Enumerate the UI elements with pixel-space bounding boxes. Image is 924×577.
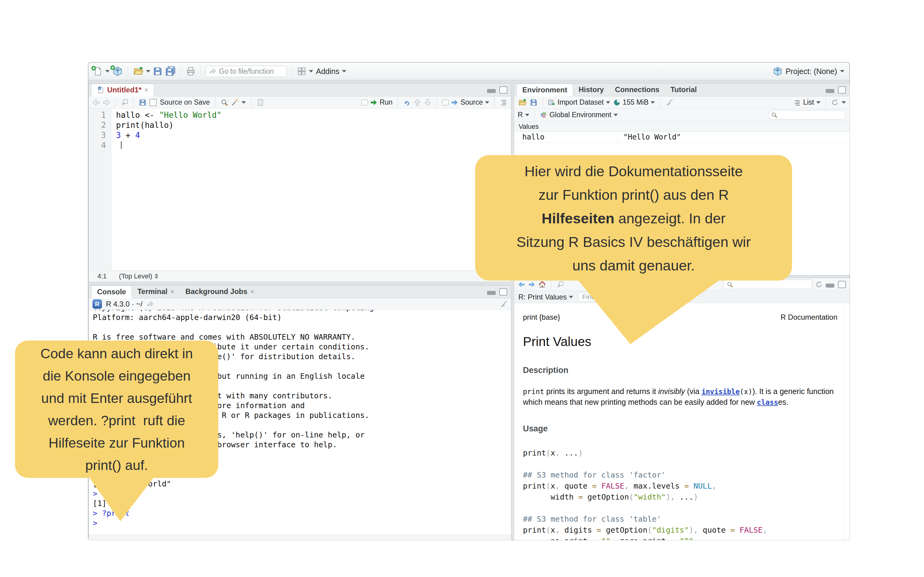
divider bbox=[494, 97, 495, 108]
divider bbox=[115, 97, 116, 108]
memory-usage-button[interactable]: 155 MiB bbox=[613, 98, 655, 106]
minimize-icon[interactable] bbox=[826, 89, 834, 93]
find-icon[interactable] bbox=[221, 99, 228, 106]
chevron-down-icon bbox=[309, 70, 313, 73]
close-icon[interactable]: × bbox=[144, 86, 148, 94]
line-number: 4 bbox=[89, 140, 106, 150]
minimize-icon[interactable] bbox=[487, 291, 496, 295]
load-workspace-icon[interactable] bbox=[518, 99, 527, 106]
open-in-window-icon[interactable] bbox=[146, 300, 154, 308]
source-statusbar: 4:1 (Top Level) bbox=[89, 270, 511, 282]
save-all-button[interactable] bbox=[165, 66, 176, 76]
chevron-down-icon bbox=[105, 70, 110, 73]
divider bbox=[292, 66, 292, 76]
new-file-button[interactable] bbox=[94, 67, 110, 76]
rerun-icon[interactable] bbox=[403, 99, 410, 106]
description-heading: Description bbox=[523, 366, 837, 375]
addins-menu[interactable]: Addins bbox=[316, 67, 346, 76]
r-logo-icon: R bbox=[92, 299, 102, 309]
help-content[interactable]: print {base} R Documentation Print Value… bbox=[514, 303, 850, 540]
console-scrollbar-gutter[interactable] bbox=[89, 535, 511, 540]
tab-environment[interactable]: Environment bbox=[517, 84, 573, 97]
tab-background-jobs[interactable]: Background Jobs × bbox=[180, 285, 260, 298]
maximize-icon[interactable] bbox=[499, 86, 507, 93]
scope-selector[interactable]: (Top Level) bbox=[119, 272, 158, 280]
maximize-icon[interactable] bbox=[838, 86, 846, 93]
goto-arrow-icon bbox=[209, 68, 216, 75]
usage-code-line: print(x, digits = getOption("digits"), q… bbox=[523, 525, 837, 536]
memory-pie-icon bbox=[613, 99, 620, 106]
environment-row-hallo[interactable]: hallo "Hello World" bbox=[514, 132, 850, 143]
save-button[interactable] bbox=[153, 67, 162, 76]
console-line: > 3 + 4 bbox=[93, 489, 511, 499]
console-line: Platform: aarch64-apple-darwin20 (64-bit… bbox=[93, 313, 511, 322]
console-line: [1] "Hello World" bbox=[93, 479, 511, 489]
go-next-chunk-icon[interactable] bbox=[424, 99, 431, 106]
code-tools-icon[interactable] bbox=[231, 99, 239, 106]
refresh-icon[interactable] bbox=[831, 99, 838, 106]
environment-search[interactable] bbox=[768, 110, 846, 119]
divider bbox=[543, 97, 543, 108]
tab-label: Console bbox=[97, 288, 126, 296]
refresh-icon[interactable] bbox=[815, 281, 823, 288]
maximize-icon[interactable] bbox=[838, 281, 846, 288]
addins-label: Addins bbox=[316, 67, 339, 76]
forward-icon[interactable] bbox=[528, 281, 535, 288]
document-outline-icon[interactable] bbox=[500, 99, 507, 106]
popout-icon[interactable] bbox=[121, 99, 128, 106]
tab-terminal[interactable]: Terminal × bbox=[132, 285, 180, 298]
import-dataset-icon bbox=[548, 99, 556, 106]
clear-console-icon[interactable] bbox=[500, 300, 507, 308]
save-icon[interactable] bbox=[139, 99, 146, 106]
callout-text-line: Hilfeseite zur Funktion bbox=[15, 432, 218, 454]
tab-untitled1[interactable]: Untitled1* × bbox=[91, 84, 154, 97]
tab-label: Background Jobs bbox=[185, 287, 247, 296]
chevron-down-icon bbox=[606, 101, 610, 104]
environment-selector[interactable]: Global Environment bbox=[540, 111, 618, 119]
goto-file-input[interactable] bbox=[219, 67, 277, 76]
maximize-icon[interactable] bbox=[499, 288, 507, 295]
go-prev-chunk-icon[interactable] bbox=[414, 99, 421, 106]
open-file-button[interactable] bbox=[133, 67, 150, 76]
print-button[interactable] bbox=[186, 67, 195, 76]
back-icon[interactable] bbox=[518, 281, 525, 288]
divider bbox=[200, 66, 200, 76]
line-number: 1 bbox=[89, 110, 106, 120]
list-view-button[interactable]: List bbox=[793, 98, 821, 106]
tab-history[interactable]: History bbox=[573, 83, 609, 96]
section-label: Values bbox=[519, 122, 539, 131]
clear-workspace-icon[interactable] bbox=[666, 99, 673, 106]
import-dataset-button[interactable]: Import Dataset bbox=[548, 98, 610, 106]
compile-report-icon[interactable] bbox=[257, 99, 264, 106]
code-line: hallo <- "Hello World" bbox=[116, 110, 511, 120]
minimize-icon[interactable] bbox=[487, 89, 496, 93]
home-icon[interactable] bbox=[538, 281, 546, 288]
source-on-save-checkbox[interactable] bbox=[149, 99, 157, 106]
project-menu[interactable]: Project: (None) bbox=[773, 66, 845, 76]
tab-tutorial[interactable]: Tutorial bbox=[665, 83, 702, 96]
run-label: Run bbox=[380, 98, 393, 106]
goto-file-search[interactable] bbox=[205, 66, 287, 77]
cursor-position: 4:1 bbox=[97, 272, 107, 280]
popout-icon[interactable] bbox=[557, 281, 564, 288]
forward-icon[interactable] bbox=[103, 99, 110, 106]
run-button[interactable]: Run bbox=[361, 98, 393, 106]
pane-layout-button[interactable] bbox=[297, 67, 313, 76]
back-icon[interactable] bbox=[92, 99, 100, 106]
main-toolbar: Addins Project: (None) bbox=[89, 63, 849, 80]
tab-connections[interactable]: Connections bbox=[609, 83, 665, 96]
variable-value: "Hello World" bbox=[618, 132, 681, 142]
close-icon[interactable]: × bbox=[250, 288, 254, 296]
language-selector[interactable]: R bbox=[518, 111, 529, 119]
divider bbox=[535, 110, 535, 120]
minimize-icon[interactable] bbox=[826, 284, 834, 288]
source-button[interactable]: Source bbox=[442, 98, 489, 106]
usage-heading: Usage bbox=[523, 424, 837, 434]
new-project-button[interactable] bbox=[112, 66, 123, 76]
tab-console[interactable]: Console bbox=[91, 285, 132, 298]
help-search[interactable] bbox=[724, 280, 812, 289]
code-editor[interactable]: 1234 hallo <- "Hello World"print(hallo)3… bbox=[89, 109, 511, 271]
save-workspace-icon[interactable] bbox=[530, 99, 537, 106]
close-icon[interactable]: × bbox=[170, 288, 174, 296]
help-topic-selector[interactable]: R: Print Values bbox=[519, 293, 573, 301]
